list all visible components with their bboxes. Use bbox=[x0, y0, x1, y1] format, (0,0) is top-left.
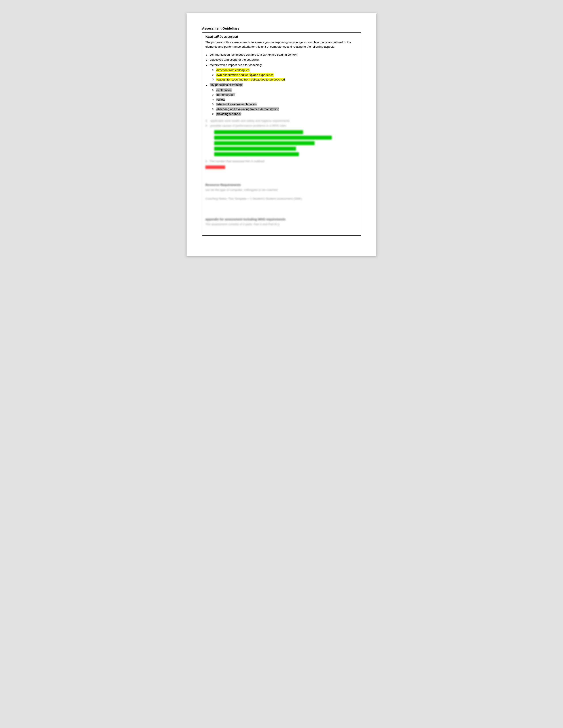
resource-line1: can be the type of computer, colleagues … bbox=[205, 188, 358, 192]
assessment-guidelines-heading: Assessment Guidelines bbox=[202, 26, 361, 30]
blurred-item-1: 3. applicable work health and safety and… bbox=[205, 118, 358, 123]
explanation-text: explanation bbox=[216, 88, 231, 92]
feedback-text: providing feedback bbox=[216, 112, 241, 116]
demonstration-text: demonstration bbox=[216, 93, 235, 96]
green-bar-3 bbox=[214, 141, 315, 145]
listening-text: listening to trainee explanation bbox=[216, 103, 256, 106]
resource-requirements-section: Resource Requirements can be the type of… bbox=[205, 183, 358, 201]
red-highlight-bar bbox=[205, 165, 225, 169]
main-bullet-list: communication techniques suitable to a w… bbox=[205, 52, 358, 116]
sub-item-demonstration: demonstration bbox=[210, 92, 358, 97]
sub-item-request: request for coaching from colleagues to … bbox=[210, 77, 358, 82]
resource-heading: Resource Requirements bbox=[205, 183, 358, 187]
blurred-numbered-section: 3. applicable work health and safety and… bbox=[205, 118, 358, 128]
sub-item-feedback: providing feedback bbox=[210, 112, 358, 116]
blurred-para-section: 5. The number that assessed this is outl… bbox=[205, 159, 358, 169]
sub-item-explanation: explanation bbox=[210, 88, 358, 93]
principles-sub-list: explanation demonstration review listeni… bbox=[210, 88, 358, 116]
appendix-body: The assessment consists of 3 parts: Part… bbox=[205, 222, 358, 227]
list-item-objectives: objectives and scope of the coaching bbox=[205, 57, 358, 62]
blurred-para-label: 5. The number that assessed this is outl… bbox=[205, 159, 358, 164]
observation-text: own observation and workplace experience bbox=[216, 73, 273, 77]
sub-item-observation: own observation and workplace experience bbox=[210, 73, 358, 77]
request-text: request for coaching from colleagues to … bbox=[216, 78, 285, 81]
observing-text: observing and evaluating trainee demonst… bbox=[216, 107, 279, 111]
sub-item-direction: direction from colleagues bbox=[210, 68, 358, 73]
review-text: review bbox=[216, 98, 225, 101]
sub-item-listening: listening to trainee explanation bbox=[210, 102, 358, 107]
list-item-communication: communication techniques suitable to a w… bbox=[205, 52, 358, 57]
list-item-principles: key principles of training: explanation … bbox=[205, 83, 358, 116]
intro-text: The purpose of this assessment is to ass… bbox=[205, 40, 358, 49]
green-bar-4 bbox=[214, 147, 296, 151]
resource-line2: Coaching Notes: This Template + 1 Studen… bbox=[205, 196, 358, 201]
green-bar-2 bbox=[214, 136, 332, 140]
blurred-item-2: 4. possible causes of performance proble… bbox=[205, 123, 358, 128]
sub-item-review: review bbox=[210, 97, 358, 102]
principles-text: key principles of training: bbox=[210, 83, 242, 86]
sub-item-observing: observing and evaluating trainee demonst… bbox=[210, 107, 358, 112]
green-bars-section bbox=[214, 130, 358, 156]
assessment-box: What will be assessed The purpose of thi… bbox=[202, 32, 361, 236]
page: Assessment Guidelines What will be asses… bbox=[186, 13, 377, 256]
list-item-factors: factors which impact need for coaching: … bbox=[205, 63, 358, 82]
appendix-section: appendix for assessment including WHS re… bbox=[205, 218, 358, 227]
green-bar-5 bbox=[214, 152, 299, 156]
direction-text: direction from colleagues bbox=[216, 68, 249, 72]
appendix-heading: appendix for assessment including WHS re… bbox=[205, 218, 358, 221]
box-title: What will be assessed bbox=[205, 35, 358, 38]
factors-sub-list: direction from colleagues own observatio… bbox=[210, 68, 358, 82]
green-bar-1 bbox=[214, 130, 303, 134]
